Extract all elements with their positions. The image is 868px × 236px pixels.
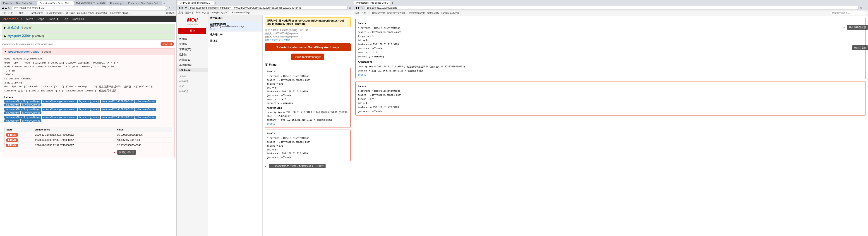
right-panel: Prometheus Time Series Colle... + ◀ ▶ ↻ … bbox=[353, 0, 868, 236]
alert-group-mysql-header[interactable]: ▶ mysql服务器异常 (0 active) bbox=[2, 33, 174, 40]
sidebar-item-deleted[interactable]: 已删除 bbox=[177, 52, 208, 57]
reload-icon-3[interactable]: ↻ bbox=[361, 6, 363, 9]
email-list: 收件箱(364) Alertmanager [FIRING:3] NodeFil… bbox=[208, 15, 262, 236]
email-item-3[interactable]: 通讯员 bbox=[208, 38, 262, 44]
table-header-value: Value bbox=[115, 127, 172, 132]
nav-classic-ui[interactable]: Classic UI bbox=[72, 18, 84, 21]
reload-icon[interactable]: ↻ bbox=[8, 7, 10, 10]
nav-help[interactable]: Help bbox=[62, 18, 68, 21]
bm-linux-3[interactable]: Linux@中大大学T... bbox=[387, 11, 407, 15]
annotation-metric-text: 当前的指标 bbox=[852, 45, 868, 50]
middle-address-input[interactable]: mail.qq.com/cgi-bin/frame_html?sid=P_Yww… bbox=[188, 6, 347, 10]
bookmark-prom[interactable]: prometheus文档 bbox=[77, 11, 94, 15]
tab-alertmgr[interactable]: Alertmanager bbox=[107, 1, 126, 5]
label-tag: device=/dev/mapper/centos-root bbox=[42, 116, 77, 119]
back-icon-3[interactable]: ◀ bbox=[355, 6, 357, 9]
sidebar-label-draft: 草稿箱(35) bbox=[179, 48, 191, 51]
email-firing-title: [1] Firing bbox=[265, 63, 351, 66]
bookmark-tech[interactable]: 技术一下 bbox=[19, 11, 28, 15]
detail-alertname-2: alertname = NodeFilesystemUsage bbox=[358, 89, 863, 93]
reload-icon-2[interactable]: ↻ bbox=[185, 6, 187, 9]
new-tab-button-2[interactable]: + bbox=[214, 0, 218, 5]
star-icon-3[interactable]: ☆ bbox=[860, 6, 862, 9]
sidebar-item-other[interactable]: 其他邮件(3) bbox=[177, 62, 208, 68]
bm-rancher-3[interactable]: Rancher文档 bbox=[372, 11, 385, 15]
bm-linux-2[interactable]: Linux@中大大学T... bbox=[211, 11, 230, 14]
annotation-metric: ← 当前的指标 bbox=[848, 45, 868, 50]
detail-instance-1: instance = 192.168.81.210:9100 bbox=[358, 43, 863, 47]
nav-alerts[interactable]: Alerts bbox=[26, 18, 33, 21]
right-content: Labels alertname = NodeFilesystemUsage d… bbox=[353, 16, 868, 236]
node-filesystem-header[interactable]: ▼ NodeFilesystemUsage (3 active) bbox=[2, 49, 174, 55]
view-alertmanager-button[interactable]: View In AlertManager bbox=[291, 54, 324, 60]
label-summary-1: summary = 主机 192.168.81.210:9100 / 磁盘使用率… bbox=[267, 118, 349, 122]
forward-icon-2[interactable]: ▶ bbox=[182, 6, 183, 9]
bm-apps-2[interactable]: 应用 bbox=[178, 11, 183, 14]
bm-baidu-3[interactable]: 百度一下 bbox=[361, 11, 370, 15]
tab-grafana[interactable]: MySQL数据库监控 - Grafana bbox=[74, 0, 107, 5]
bm-baidu-2[interactable]: 百度一下 bbox=[185, 11, 194, 14]
sidebar-item-spam[interactable]: 垃圾箱(10) bbox=[177, 57, 208, 62]
sidebar-item-inbox[interactable]: 收件箱 bbox=[177, 36, 208, 42]
bookmark-linux[interactable]: Linux@中大大学T... bbox=[45, 11, 64, 15]
email-item-1[interactable]: Alertmanager [FIRING:3] NodeFilesystemUs… bbox=[208, 21, 262, 31]
node-filesystem-count: (3 active) bbox=[41, 50, 53, 53]
bm-grafana-3[interactable]: grafana模板 bbox=[427, 11, 439, 15]
star-icon[interactable]: ☆ bbox=[168, 7, 171, 10]
bm-k8s-3[interactable]: Kubernetes K8s架... bbox=[441, 11, 461, 15]
node-filesystem-name: NodeFilesystemUsage bbox=[8, 50, 39, 53]
sidebar-item-draft[interactable]: 草稿箱(35) bbox=[177, 47, 208, 52]
bookmark-project[interactable]: 项目首页 bbox=[66, 11, 75, 15]
right-bookmark-bar: 应用 百度一下 Rancher文档 Linux@中大大学T... prometh… bbox=[353, 10, 868, 16]
middle-panel: [JRING-3] NodeFilesystemUsage... + ◀ ▶ ↻… bbox=[177, 0, 353, 236]
tab-prom-1[interactable]: Prometheus Time Series Colle... bbox=[1, 1, 37, 5]
forward-icon-3[interactable]: ▶ bbox=[358, 6, 360, 9]
email-search-input[interactable] bbox=[830, 11, 866, 15]
source-link-1[interactable]: Source bbox=[267, 122, 349, 126]
bookmark-k8s[interactable]: Kubernetes K8s架... bbox=[110, 11, 130, 15]
nav-graph[interactable]: Graph bbox=[36, 18, 44, 21]
sidebar-item-sent[interactable]: 发件箱 bbox=[177, 42, 208, 47]
email-item-2[interactable]: 收件箱(155) bbox=[208, 31, 262, 38]
forward-icon[interactable]: ▶ bbox=[5, 7, 7, 10]
sidebar-label-deleted: 已删除 bbox=[179, 53, 187, 56]
right-address-input[interactable]: 192.168.81.210:9090/alerts bbox=[365, 6, 859, 10]
sidebar-section-points: 邮件积分 bbox=[177, 89, 208, 94]
annotation-sent: 告警已经发送 bbox=[117, 150, 136, 155]
left-address-input[interactable]: 192.168.81.210:9090/alerts bbox=[11, 6, 167, 10]
label-alertname-1: alertname = NodeFilesystemUsage bbox=[267, 74, 349, 78]
bookmark-baidu[interactable]: 百度一下 bbox=[8, 11, 17, 15]
menu-icon-3[interactable]: ⋮ bbox=[864, 6, 866, 9]
tab-prom-2[interactable]: Prometheus Time Series Colle... bbox=[37, 1, 73, 5]
label-idc-2: idc = bj bbox=[267, 148, 349, 152]
label-tag: fstype=xfs bbox=[78, 116, 91, 119]
bm-prom-3[interactable]: prometheus文档 bbox=[409, 11, 425, 15]
menu-icon[interactable]: ⋮ bbox=[172, 7, 175, 10]
tab-prom-5[interactable]: Prometheus Time Series Colle... bbox=[126, 1, 162, 5]
new-tab-button[interactable]: + bbox=[162, 1, 166, 5]
alert-group-hosts-header[interactable]: ▶ 主机组机 (0 active) bbox=[2, 24, 174, 31]
email-translate-hint[interactable]: 邮件可能为中文 立即翻译 bbox=[265, 38, 351, 42]
back-icon[interactable]: ◀ bbox=[2, 7, 4, 10]
bm-apps-3[interactable]: 应用 bbox=[355, 11, 360, 15]
tab-right-prom[interactable]: Prometheus Time Series Colle... bbox=[354, 1, 390, 5]
email-layout: MOil mail.qq.com 写信 收件箱 发件箱 草稿箱(35) bbox=[177, 15, 353, 236]
detail-description-1: description = 192.168.81.210:9100 / 磁盘使用… bbox=[358, 65, 863, 69]
bookmark-grafana[interactable]: grafana模板 bbox=[96, 11, 108, 15]
compose-button[interactable]: 写信 bbox=[178, 28, 206, 34]
detail-box-2: Labels alertname = NodeFilesystemUsage d… bbox=[355, 81, 866, 116]
detail-source-link-1[interactable]: Source bbox=[358, 73, 863, 77]
bookmark-rancher[interactable]: Rancher文档 bbox=[30, 11, 43, 15]
star-icon-2[interactable]: ☆ bbox=[349, 6, 351, 9]
bookmark-apps[interactable]: 应用 bbox=[2, 11, 6, 15]
detail-section-1: Labels alertname = NodeFilesystemUsage d… bbox=[355, 18, 866, 79]
labels-section: Labels alertname=NodeFilesystemUsage dev… bbox=[2, 95, 174, 125]
bm-k8s-2[interactable]: Kubernetes K8s架... bbox=[232, 11, 252, 14]
back-icon-2[interactable]: ◀ bbox=[178, 6, 180, 9]
sidebar-item-17948[interactable]: 17948...(3) bbox=[177, 68, 208, 72]
tab-email-main[interactable]: [JRING-3] NodeFilesystemUsage... bbox=[178, 1, 214, 5]
bm-rancher-2[interactable]: Rancher文档 bbox=[196, 11, 209, 14]
config-for: for: 1m bbox=[4, 69, 172, 73]
nav-status[interactable]: Status ▼ bbox=[48, 18, 59, 21]
new-tab-button-3[interactable]: + bbox=[391, 0, 394, 5]
